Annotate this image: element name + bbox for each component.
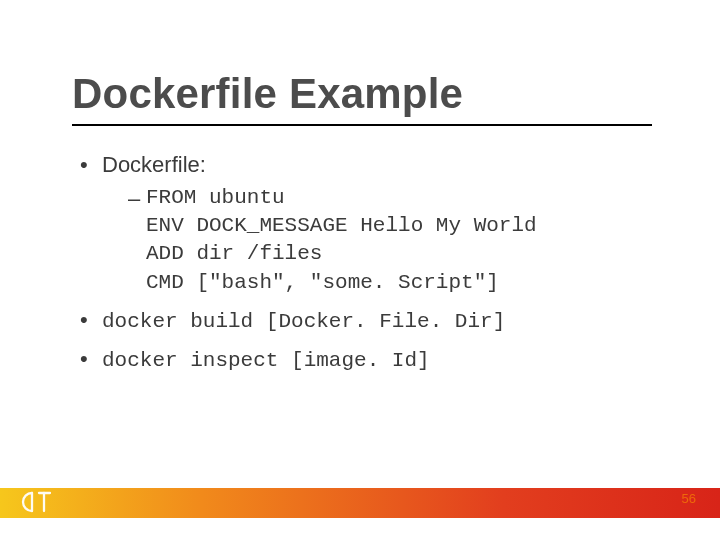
inspect-cmd: docker inspect [image. Id]	[102, 349, 430, 372]
slide: Dockerfile Example Dockerfile: FROM ubun…	[0, 0, 720, 540]
page-number: 56	[682, 491, 696, 506]
bullet-list: Dockerfile: FROM ubuntu ENV DOCK_MESSAGE…	[80, 150, 660, 376]
bullet-inspect: docker inspect [image. Id]	[80, 344, 660, 375]
st-logo-icon	[20, 489, 54, 515]
slide-content: Dockerfile: FROM ubuntu ENV DOCK_MESSAGE…	[80, 150, 660, 384]
build-cmd: docker build [Docker. File. Dir]	[102, 310, 505, 333]
slide-title: Dockerfile Example	[72, 70, 652, 126]
footer-accent-bar	[0, 488, 720, 518]
bullet-label: Dockerfile:	[102, 152, 206, 177]
code-sub-bullet: FROM ubuntu ENV DOCK_MESSAGE Hello My Wo…	[128, 184, 660, 297]
dockerfile-code: FROM ubuntu ENV DOCK_MESSAGE Hello My Wo…	[146, 184, 660, 297]
bullet-dockerfile: Dockerfile: FROM ubuntu ENV DOCK_MESSAGE…	[80, 150, 660, 297]
sub-list: FROM ubuntu ENV DOCK_MESSAGE Hello My Wo…	[102, 184, 660, 297]
bullet-build: docker build [Docker. File. Dir]	[80, 305, 660, 336]
